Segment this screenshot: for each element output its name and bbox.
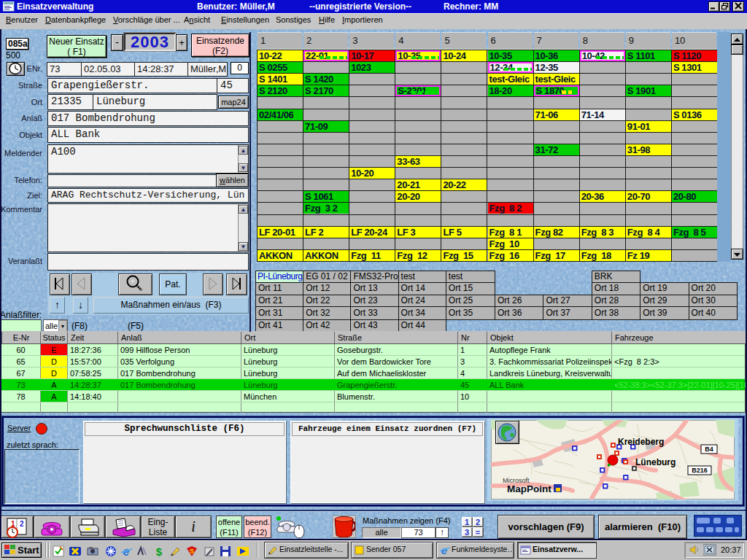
svg-text:$: $ [156,545,163,557]
svg-text:Lüneburg: Lüneburg [635,457,676,467]
svg-text:Kreideberg: Kreideberg [618,437,664,447]
svg-text:2: 2 [20,520,24,528]
svg-text:B4: B4 [705,446,713,453]
svg-text:B216: B216 [692,467,708,474]
svg-text:+: + [131,278,134,285]
svg-text:MapPoint: MapPoint [507,483,551,494]
svg-text:S: S [190,548,194,555]
